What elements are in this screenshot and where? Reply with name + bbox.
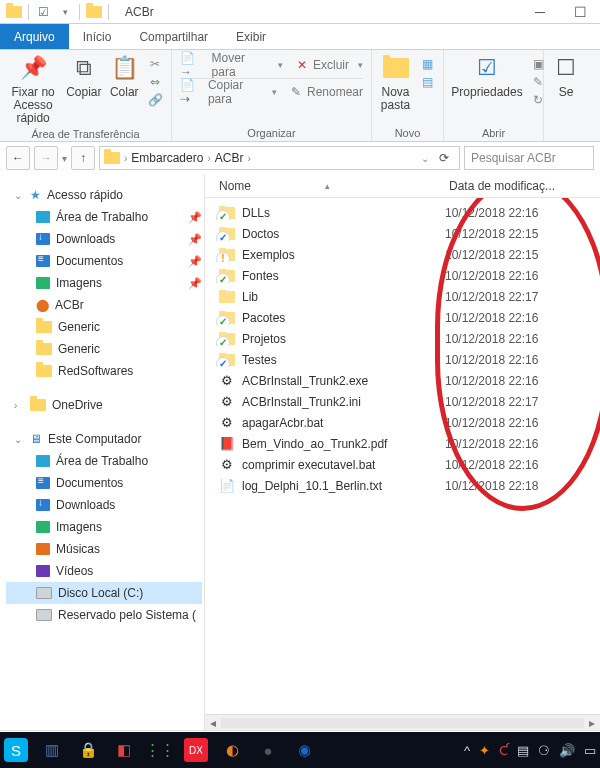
history-dropdown-icon[interactable]: ▾ — [62, 153, 67, 164]
qat-dropdown-icon[interactable]: ▾ — [57, 4, 73, 20]
search-input[interactable]: Pesquisar ACBr — [464, 146, 594, 170]
minimize-button[interactable]: ─ — [520, 4, 560, 20]
chevron-down-icon[interactable]: ⌄ — [421, 153, 429, 164]
chevron-down-icon: ▾ — [358, 60, 363, 70]
select-button[interactable]: ☐Se — [552, 54, 580, 99]
tab-view[interactable]: Exibir — [222, 24, 280, 49]
chevron-down-icon: ⌄ — [14, 434, 24, 445]
scroll-right-icon[interactable]: ▸ — [584, 716, 600, 730]
file-date: 10/12/2018 22:16 — [445, 332, 600, 346]
copy-path-icon[interactable]: ⇔ — [147, 74, 163, 90]
table-row[interactable]: ⚙apagarAcbr.bat10/12/2018 22:16 — [205, 412, 600, 433]
sidebar-item-pictures[interactable]: Imagens📌 — [6, 272, 202, 294]
column-modified[interactable]: Data de modificaç... — [445, 179, 600, 193]
breadcrumb-seg[interactable]: Embarcadero — [131, 151, 203, 165]
sidebar-item-thispc[interactable]: ⌄🖥Este Computador — [6, 428, 202, 450]
taskbar-teamviewer-icon[interactable]: ◉ — [292, 738, 316, 762]
table-row[interactable]: ⚙ACBrInstall_Trunk2.exe10/12/2018 22:16 — [205, 370, 600, 391]
delete-icon: ✕ — [297, 58, 307, 72]
table-row[interactable]: ⚙comprimir executavel.bat10/12/2018 22:1… — [205, 454, 600, 475]
copy-to-button[interactable]: 📄⇢Copiar para▾ — [180, 81, 277, 103]
paste-shortcut-icon[interactable]: 🔗 — [147, 92, 163, 108]
file-name: DLLs — [242, 206, 270, 220]
sidebar-item-generic2[interactable]: Generic — [6, 338, 202, 360]
table-row[interactable]: ✓Pacotes10/12/2018 22:16 — [205, 307, 600, 328]
up-button[interactable]: ↑ — [71, 146, 95, 170]
sidebar-item-reserved[interactable]: Reservado pelo Sistema ( — [6, 604, 202, 626]
maximize-button[interactable]: ☐ — [560, 4, 600, 20]
delete-button[interactable]: ✕Excluir▾ — [297, 54, 363, 76]
tab-share[interactable]: Compartilhar — [125, 24, 222, 49]
horizontal-scrollbar[interactable]: ◂ ▸ — [205, 714, 600, 730]
cut-icon[interactable]: ✂ — [147, 56, 163, 72]
sidebar-item-acbr[interactable]: ⬤ACBr — [6, 294, 202, 316]
sidebar-item-pc-downloads[interactable]: Downloads — [6, 494, 202, 516]
sidebar-item-cdrive[interactable]: Disco Local (C:) — [6, 582, 202, 604]
file-name: Lib — [242, 290, 258, 304]
copy-button[interactable]: ⧉ Copiar — [66, 54, 101, 99]
file-date: 10/12/2018 22:16 — [445, 437, 600, 451]
sidebar-item-pc-documents[interactable]: Documentos — [6, 472, 202, 494]
table-row[interactable]: ✓Projetos10/12/2018 22:16 — [205, 328, 600, 349]
table-row[interactable]: ⚙ACBrInstall_Trunk2.ini10/12/2018 22:17 — [205, 391, 600, 412]
taskbar-delphi-icon[interactable]: DX — [184, 738, 208, 762]
tray-ccleaner-icon[interactable]: Ƈ — [499, 743, 508, 758]
paste-button[interactable]: 📋 Colar — [110, 54, 140, 99]
easy-access-icon[interactable]: ▤ — [419, 74, 435, 90]
rename-icon: ✎ — [291, 85, 301, 99]
file-date: 10/12/2018 22:16 — [445, 374, 600, 388]
tray-lang-icon[interactable]: ▤ — [517, 743, 529, 758]
table-row[interactable]: ✓Testes10/12/2018 22:16 — [205, 349, 600, 370]
table-row[interactable]: ✓DLLs10/12/2018 22:16 — [205, 202, 600, 223]
back-button[interactable]: ← — [6, 146, 30, 170]
rename-button[interactable]: ✎Renomear — [291, 81, 363, 103]
taskbar-dark-icon[interactable]: ● — [256, 738, 280, 762]
new-item-icon[interactable]: ▦ — [419, 56, 435, 72]
properties-button[interactable]: ☑ Propriedades — [452, 54, 522, 99]
sidebar-item-generic[interactable]: Generic — [6, 316, 202, 338]
sidebar-item-desktop[interactable]: Área de Trabalho📌 — [6, 206, 202, 228]
taskbar-app3-icon[interactable]: ⋮⋮ — [148, 738, 172, 762]
sidebar-item-redsoft[interactable]: RedSoftwares — [6, 360, 202, 382]
breadcrumb-seg[interactable]: ACBr — [215, 151, 244, 165]
downloads-icon — [36, 233, 50, 245]
breadcrumb[interactable]: › Embarcadero › ACBr › ⌄ ⟳ — [99, 146, 460, 170]
taskbar-lock-icon[interactable]: 🔒 — [76, 738, 100, 762]
sidebar-item-pc-videos[interactable]: Vídeos — [6, 560, 202, 582]
forward-button[interactable]: → — [34, 146, 58, 170]
tab-file[interactable]: Arquivo — [0, 24, 69, 49]
tray-network-icon[interactable]: ⚆ — [538, 743, 550, 758]
sidebar-item-pc-music[interactable]: Músicas — [6, 538, 202, 560]
table-row[interactable]: 📕Bem_Vindo_ao_Trunk2.pdf10/12/2018 22:16 — [205, 433, 600, 454]
pin-icon: 📌 — [19, 54, 47, 82]
column-name[interactable]: Nome▴ — [205, 179, 445, 193]
quick-access[interactable]: ⌄★Acesso rápido — [6, 184, 202, 206]
table-row[interactable]: !Exemplos10/12/2018 22:15 — [205, 244, 600, 265]
sidebar-item-documents[interactable]: Documentos📌 — [6, 250, 202, 272]
scroll-left-icon[interactable]: ◂ — [205, 716, 221, 730]
overlay-blue-icon: ✓ — [216, 357, 230, 367]
taskbar-app-icon[interactable]: ▥ — [40, 738, 64, 762]
table-row[interactable]: ✓Doctos10/12/2018 22:15 — [205, 223, 600, 244]
folder-icon — [36, 321, 52, 333]
move-to-button[interactable]: 📄→Mover para▾ — [180, 54, 283, 76]
table-row[interactable]: ✓Fontes10/12/2018 22:16 — [205, 265, 600, 286]
table-row[interactable]: Lib10/12/2018 22:17 — [205, 286, 600, 307]
table-row[interactable]: 📄log_Delphi_10.1_Berlin.txt10/12/2018 22… — [205, 475, 600, 496]
tray-volume-icon[interactable]: 🔊 — [559, 743, 575, 758]
refresh-icon[interactable]: ⟳ — [433, 151, 455, 165]
sidebar-item-onedrive[interactable]: ›OneDrive — [6, 394, 202, 416]
tray-action-icon[interactable]: ▭ — [584, 743, 596, 758]
sidebar-item-pc-desktop[interactable]: Área de Trabalho — [6, 450, 202, 472]
taskbar-media-icon[interactable]: ◐ — [220, 738, 244, 762]
sidebar-item-downloads[interactable]: Downloads📌 — [6, 228, 202, 250]
qat-properties-icon[interactable]: ☑ — [35, 4, 51, 20]
sidebar-item-pc-pictures[interactable]: Imagens — [6, 516, 202, 538]
tray-avast-icon[interactable]: ✦ — [479, 743, 490, 758]
tray-up-icon[interactable]: ^ — [464, 743, 470, 758]
taskbar-app2-icon[interactable]: ◧ — [112, 738, 136, 762]
new-folder-button[interactable]: Nova pasta — [380, 54, 411, 112]
pin-button[interactable]: 📌 Fixar no Acesso rápido — [8, 54, 58, 126]
tab-home[interactable]: Início — [69, 24, 126, 49]
taskbar-skype-icon[interactable]: S — [4, 738, 28, 762]
